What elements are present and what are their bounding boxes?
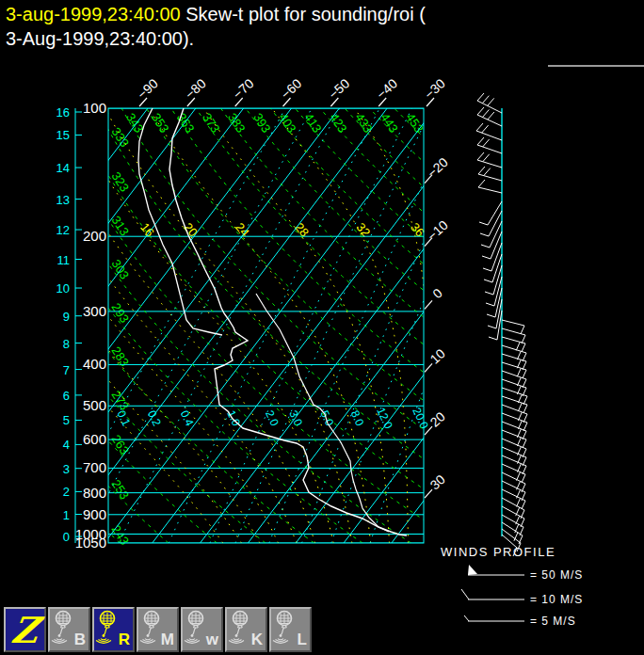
svg-text:253: 253 [109, 477, 132, 502]
svg-text:1000: 1000 [75, 526, 106, 542]
svg-text:24: 24 [233, 220, 252, 240]
svg-text:343: 343 [123, 110, 146, 135]
svg-text:283: 283 [109, 344, 132, 369]
svg-text:5.0: 5.0 [318, 408, 337, 428]
isobar-lines [108, 108, 424, 543]
svg-text:20.0: 20.0 [410, 406, 431, 431]
svg-text:20: 20 [427, 408, 448, 429]
button-letter: R [119, 631, 130, 649]
button-letter: B [74, 631, 86, 649]
svg-text:0: 0 [63, 530, 70, 544]
svg-text:3: 3 [63, 462, 70, 476]
legend-5ms-label: = 5 M/S [530, 615, 576, 628]
svg-text:−40: −40 [374, 75, 401, 102]
moist-adiabat-labels: 162024283236 [137, 220, 427, 240]
legend-50ms-label: = 50 M/S [530, 568, 583, 582]
svg-text:200: 200 [83, 228, 106, 244]
svg-text:16: 16 [56, 105, 70, 120]
svg-text:0.4: 0.4 [178, 408, 197, 428]
sounding-traces [138, 108, 407, 535]
svg-text:10: 10 [427, 345, 448, 366]
height-axis: 012345678910111213141516 [56, 105, 82, 544]
svg-text:−90: −90 [135, 75, 162, 102]
winds-legend-symbols [461, 565, 524, 621]
sounding-button-r-active[interactable]: R [92, 607, 135, 652]
svg-text:383: 383 [225, 110, 248, 135]
svg-text:5: 5 [63, 413, 70, 427]
svg-text:900: 900 [83, 506, 106, 522]
svg-text:−20: −20 [424, 154, 451, 181]
zeb-z-logo: Z [3, 609, 47, 650]
svg-text:363: 363 [174, 110, 197, 135]
sounding-button-l[interactable]: L [269, 607, 312, 652]
app-window: { "header": { "timestamp": "3-aug-1999,2… [0, 0, 644, 655]
svg-text:8: 8 [63, 337, 70, 351]
svg-text:1: 1 [63, 508, 70, 522]
sounding-button-w[interactable]: w [181, 607, 223, 652]
svg-text:3.0: 3.0 [286, 408, 305, 428]
svg-text:20: 20 [181, 220, 201, 240]
button-letter: K [251, 631, 263, 649]
svg-text:100: 100 [83, 100, 106, 116]
winds-profile-label: WINDS PROFILE [441, 545, 555, 559]
svg-text:−30: −30 [421, 75, 448, 102]
isotherm-lines [0, 108, 644, 543]
svg-text:393: 393 [250, 110, 273, 135]
moist-adiabat-lines [0, 108, 429, 543]
svg-text:4: 4 [63, 438, 70, 452]
svg-text:453: 453 [403, 110, 426, 135]
svg-text:1.0: 1.0 [224, 408, 243, 428]
svg-text:8.0: 8.0 [348, 408, 367, 428]
legend-10ms-label: = 10 M/S [530, 593, 583, 606]
svg-text:−10: −10 [424, 217, 451, 244]
svg-text:28: 28 [292, 220, 312, 240]
svg-text:1050: 1050 [75, 535, 106, 551]
svg-text:433: 433 [352, 110, 375, 135]
svg-text:403: 403 [276, 110, 298, 135]
dewpoint-trace [138, 108, 222, 335]
svg-text:14: 14 [56, 161, 70, 175]
button-letter: L [298, 631, 307, 649]
sounding-button-k[interactable]: K [225, 607, 267, 652]
button-letter: w [206, 631, 218, 649]
svg-text:−70: −70 [230, 75, 257, 102]
sounding-button-m[interactable]: M [137, 607, 179, 652]
svg-text:2.0: 2.0 [263, 408, 282, 428]
svg-text:443: 443 [378, 110, 400, 135]
zeb-logo-button[interactable]: Z [4, 607, 46, 652]
dry-adiabat-labels: 2432532632732832933033133233333433533633… [109, 110, 427, 547]
parcel-trace [256, 294, 389, 532]
svg-text:30: 30 [427, 471, 448, 492]
svg-text:16: 16 [137, 220, 157, 240]
svg-text:400: 400 [83, 356, 106, 372]
svg-text:313: 313 [109, 214, 132, 238]
svg-text:9: 9 [63, 310, 70, 324]
svg-text:12: 12 [56, 223, 70, 237]
svg-text:−50: −50 [326, 75, 353, 102]
svg-text:323: 323 [109, 169, 132, 194]
svg-text:293: 293 [109, 300, 132, 325]
svg-text:2: 2 [63, 485, 70, 499]
temperature-trace [169, 108, 407, 535]
svg-text:7: 7 [63, 363, 70, 377]
window-divider-bar [548, 65, 644, 67]
svg-text:263: 263 [109, 432, 132, 456]
sounding-button-b[interactable]: B [48, 607, 90, 652]
dry-adiabat-lines [0, 108, 644, 543]
svg-text:273: 273 [109, 388, 132, 412]
svg-text:333: 333 [109, 125, 132, 150]
title-heading: Skew-t plot for sounding/roi ( [181, 4, 426, 24]
page-title: 3-aug-1999,23:40:00 Skew-t plot for soun… [6, 2, 426, 51]
svg-text:12.0: 12.0 [374, 406, 395, 431]
right-temp-labels: −20−100102030 [424, 154, 451, 498]
svg-text:0.1: 0.1 [114, 408, 133, 428]
title-timestamp: 3-aug-1999,23:40:00 [6, 4, 181, 24]
mixing-ratio-lines [51, 108, 536, 543]
svg-text:303: 303 [109, 257, 132, 281]
svg-text:0: 0 [429, 285, 445, 301]
svg-text:0.2: 0.2 [145, 408, 164, 428]
plot-field [0, 108, 644, 543]
svg-text:800: 800 [83, 485, 106, 501]
wind-profile [476, 93, 527, 556]
svg-text:700: 700 [83, 459, 106, 475]
